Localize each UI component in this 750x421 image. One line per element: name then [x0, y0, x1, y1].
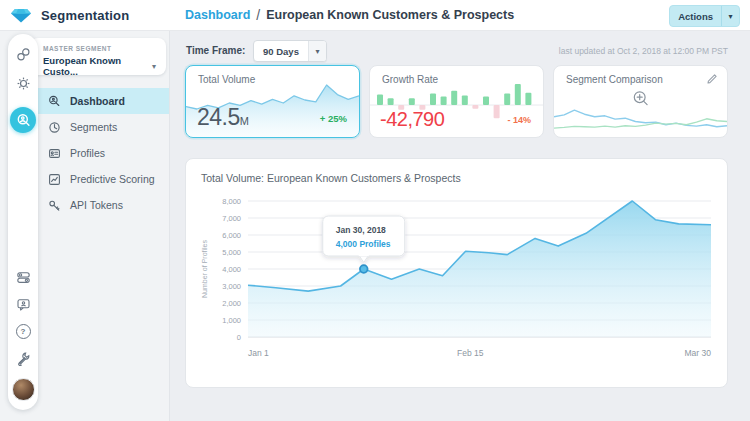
profiles-card-icon: [48, 147, 61, 160]
chevron-down-icon[interactable]: ▾: [308, 41, 326, 61]
top-bar: Segmentation Dashboard / European Known …: [0, 0, 750, 31]
help-icon[interactable]: ?: [16, 324, 31, 339]
app-window: Segmentation Dashboard / European Known …: [0, 0, 750, 421]
rail-bottom-group: ?: [12, 270, 35, 401]
user-avatar[interactable]: [12, 378, 35, 401]
master-segment-label: MASTER SEGMENT: [43, 45, 156, 52]
svg-text:Jan 1: Jan 1: [248, 348, 269, 358]
svg-text:7,000: 7,000: [222, 214, 241, 223]
wrench-icon[interactable]: [16, 351, 31, 366]
card-title: Growth Rate: [382, 74, 438, 85]
links-icon[interactable]: [16, 47, 31, 62]
total-volume-value: 24.5M: [197, 104, 248, 131]
sidebar-item-label: Segments: [70, 121, 117, 133]
sidebar-item-label: Predictive Scoring: [70, 173, 155, 185]
segment-comparison-card[interactable]: Segment Comparison: [553, 65, 728, 138]
gear-icon[interactable]: [16, 76, 31, 91]
svg-text:4,000 Profiles: 4,000 Profiles: [336, 239, 391, 249]
sidebar-item-label: Dashboard: [70, 95, 125, 107]
time-frame-value[interactable]: 90 Days: [254, 41, 308, 61]
last-updated-text: last updated at Oct 2, 2018 at 12:00 PM …: [559, 46, 728, 56]
page-title: European Known Customers & Prospects: [266, 8, 514, 22]
master-segment-selector[interactable]: MASTER SEGMENT European Known Custo... ▾: [30, 38, 166, 75]
help-glyph: ?: [16, 324, 31, 339]
main-content: Time Frame: 90 Days ▾ last updated at Oc…: [170, 30, 750, 421]
sidebar-item-segments[interactable]: Segments: [38, 114, 169, 140]
card-title: Segment Comparison: [566, 74, 663, 85]
sidebar-item-profiles[interactable]: Profiles: [38, 140, 169, 166]
total-volume-delta: + 25%: [320, 113, 347, 124]
total-volume-unit: M: [240, 115, 249, 127]
toggles-icon[interactable]: [16, 270, 31, 285]
summary-cards-row: Total Volume 24.5M + 25% Growth Rate -42…: [185, 65, 728, 138]
card-title: Total Volume: [198, 74, 255, 85]
brand: Segmentation: [10, 0, 129, 30]
growth-rate-card[interactable]: Growth Rate -42,790 - 14%: [369, 65, 544, 138]
svg-text:Mar 30: Mar 30: [685, 348, 712, 358]
contact-chat-icon[interactable]: [16, 297, 31, 312]
rail-top-group: [10, 47, 36, 133]
sidebar-item-label: Profiles: [70, 147, 105, 159]
breadcrumb: Dashboard / European Known Customers & P…: [185, 0, 514, 30]
edit-pencil-icon[interactable]: [705, 72, 718, 85]
chevron-down-icon[interactable]: ▾: [152, 62, 156, 71]
growth-rate-delta: - 14%: [507, 115, 531, 125]
growth-rate-value: -42,790: [380, 108, 444, 131]
predictive-chart-icon: [48, 173, 61, 186]
gem-logo-icon: [10, 7, 32, 24]
svg-text:6,000: 6,000: [222, 231, 241, 240]
svg-text:Number of Profiles: Number of Profiles: [201, 240, 208, 298]
sidebar-item-dashboard[interactable]: Dashboard: [38, 88, 169, 114]
svg-text:Jan 30, 2018: Jan 30, 2018: [336, 225, 386, 235]
breadcrumb-dashboard-link[interactable]: Dashboard: [185, 8, 250, 22]
main-chart-title: Total Volume: European Known Customers &…: [201, 172, 461, 184]
icon-rail: ?: [8, 34, 38, 410]
svg-text:Feb 15: Feb 15: [457, 348, 484, 358]
api-key-icon: [48, 199, 61, 212]
svg-text:5,000: 5,000: [222, 248, 241, 257]
actions-button-label[interactable]: Actions: [670, 6, 721, 26]
svg-text:3,000: 3,000: [222, 282, 241, 291]
svg-text:1,000: 1,000: [222, 316, 241, 325]
svg-text:0: 0: [237, 333, 241, 342]
total-volume-card[interactable]: Total Volume 24.5M + 25%: [185, 65, 360, 138]
sidebar-item-label: API Tokens: [70, 199, 123, 211]
sidebar-item-api-tokens[interactable]: API Tokens: [38, 192, 169, 218]
svg-text:8,000: 8,000: [222, 197, 241, 206]
segments-clock-icon: [48, 121, 61, 134]
zoom-in-icon[interactable]: [631, 89, 650, 108]
actions-button[interactable]: Actions ▾: [669, 5, 740, 27]
master-segment-value: European Known Custo...: [43, 55, 152, 77]
main-chart-card: Total Volume: European Known Customers &…: [185, 158, 728, 388]
chevron-down-icon[interactable]: ▾: [722, 6, 739, 26]
dashboard-search-icon: [48, 95, 61, 108]
breadcrumb-separator: /: [256, 7, 260, 23]
search-user-icon[interactable]: [10, 107, 36, 133]
time-frame-select[interactable]: 90 Days ▾: [253, 40, 327, 62]
app-title: Segmentation: [41, 8, 129, 23]
time-frame-label: Time Frame:: [186, 45, 245, 56]
svg-text:2,000: 2,000: [222, 299, 241, 308]
svg-text:4,000: 4,000: [222, 265, 241, 274]
sidebar-item-predictive-scoring[interactable]: Predictive Scoring: [38, 166, 169, 192]
total-volume-area-chart[interactable]: 01,0002,0003,0004,0005,0006,0007,0008,00…: [194, 189, 719, 381]
